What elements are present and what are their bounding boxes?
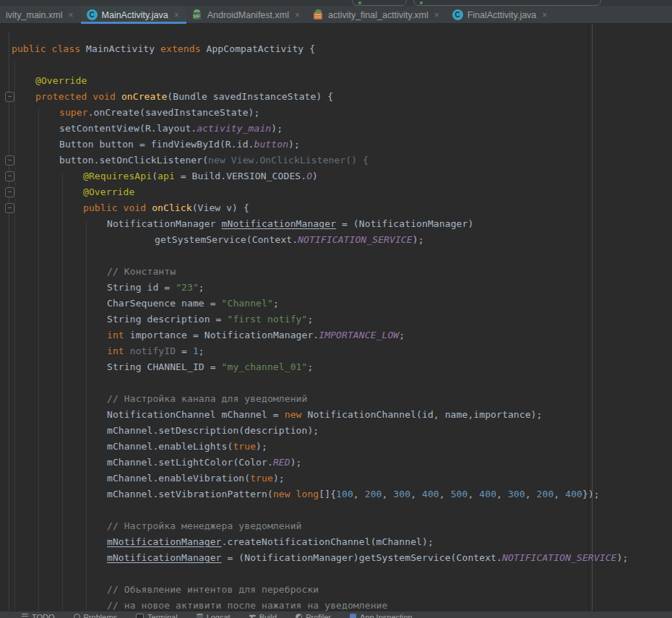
code-line[interactable]: getSystemService(Context.NOTIFICATION_SE…	[0, 232, 672, 248]
tab-label: ivity_main.xml	[6, 10, 63, 20]
tab-finalacttivity-java[interactable]: FinalActtivity.java×	[447, 6, 555, 24]
code-line[interactable]: mChannel.setVibrationPattern(new long[]{…	[0, 486, 672, 502]
toolwindow-label: Profiler	[306, 613, 331, 618]
toolwindow-label: Terminal	[147, 613, 178, 618]
close-icon[interactable]: ×	[434, 11, 439, 20]
device-selector-pill[interactable]	[352, 0, 407, 6]
fold-collapse-icon[interactable]: −	[5, 203, 14, 213]
code-line[interactable]: @Override	[0, 73, 672, 89]
tab-mainactivity-java[interactable]: MainActivity.java×	[81, 6, 186, 24]
code-line[interactable]: int importance = NotificationManager.IMP…	[0, 327, 672, 343]
main-toolbar	[0, 0, 672, 6]
tab-activity-final-acttivity-xml[interactable]: activity_final_acttivity.xml×	[307, 6, 447, 24]
code-line[interactable]: mNotificationManager = (NotificationMana…	[0, 550, 672, 566]
code-line[interactable]	[0, 248, 672, 264]
code-line[interactable]	[0, 57, 672, 73]
code-line[interactable]: int notifyID = 1;	[0, 343, 672, 359]
profiler-icon	[296, 614, 302, 618]
code-line[interactable]: String CHANNEL_ID = "my_channel_01";	[0, 359, 672, 375]
code-line[interactable]	[0, 375, 672, 391]
fold-collapse-icon[interactable]: −	[5, 171, 14, 181]
toolwindow-build[interactable]: Build	[249, 611, 277, 618]
code-line[interactable]: super.onCreate(savedInstanceState);	[0, 105, 672, 121]
toolwindow-problems[interactable]: Problems	[74, 611, 117, 618]
code-line[interactable]: public class MainActivity extends AppCom…	[0, 41, 672, 57]
tab-androidmanifest-xml[interactable]: MFAndroidManifest.xml×	[186, 6, 307, 24]
logcat-icon	[197, 614, 203, 618]
todo-icon	[22, 614, 28, 618]
code-line[interactable]: String id = "23";	[0, 280, 672, 296]
code-line[interactable]: public void onClick(View v) {	[0, 200, 672, 216]
inspection-icon	[350, 614, 356, 618]
toolwindow-label: TODO	[32, 613, 55, 618]
toolwindow-todo[interactable]: TODO	[22, 611, 55, 618]
close-icon[interactable]: ×	[69, 11, 74, 20]
code-line[interactable]: mChannel.enableVibration(true);	[0, 471, 672, 486]
java-class-icon	[452, 9, 463, 20]
manifest-file-icon: MF	[192, 9, 203, 20]
running-status-dot	[358, 1, 361, 4]
code-line[interactable]: mChannel.setLightColor(Color.RED);	[0, 455, 672, 471]
close-icon[interactable]: ×	[174, 11, 179, 20]
code-line[interactable]: NotificationChannel mChannel = new Notif…	[0, 407, 672, 423]
fold-collapse-icon[interactable]: −	[5, 187, 14, 197]
toolwindow-profiler[interactable]: Profiler	[296, 611, 331, 618]
code-line[interactable]: setContentView(R.layout.activity_main);	[0, 121, 672, 137]
terminal-icon	[136, 614, 144, 618]
code-line[interactable]: protected void onCreate(Bundle savedInst…	[0, 89, 672, 105]
tab-label: AndroidManifest.xml	[207, 10, 289, 20]
code-line[interactable]: // Настройка канала для уведомлений	[0, 391, 672, 407]
code-line[interactable]: // Настройка менеджера уведомлений	[0, 518, 672, 534]
toolwindow-label: Logcat	[207, 613, 231, 618]
toolwindow-logcat[interactable]: Logcat	[197, 611, 231, 618]
code-line[interactable]: // Обьявление интентов для переброски	[0, 582, 672, 598]
code-line[interactable]: @Override	[0, 184, 672, 200]
code-line[interactable]: // Константы	[0, 264, 672, 280]
code-area[interactable]: public class MainActivity extends AppCom…	[0, 24, 672, 611]
code-line[interactable]: CharSequence name = "Channel";	[0, 296, 672, 312]
code-line[interactable]: @RequiresApi(api = Build.VERSION_CODES.O…	[0, 168, 672, 184]
close-icon[interactable]: ×	[542, 11, 547, 20]
layout-file-icon	[313, 9, 324, 20]
tab-label: activity_final_acttivity.xml	[328, 10, 428, 20]
run-controls-pill[interactable]	[413, 0, 601, 6]
running-status-dot	[420, 1, 423, 4]
code-line[interactable]	[0, 566, 672, 582]
code-line[interactable]: NotificationManager mNotificationManager…	[0, 216, 672, 232]
tab-ivity-main-xml[interactable]: ivity_main.xml×	[0, 6, 81, 24]
code-line[interactable]: mChannel.enableLights(true);	[0, 439, 672, 455]
code-line[interactable]: button.setOnClickListener(new View.OnCli…	[0, 153, 672, 168]
java-class-icon	[87, 9, 98, 20]
toolwindow-label: App Inspection	[360, 613, 413, 618]
code-line[interactable]: mNotificationManager.createNotificationC…	[0, 534, 672, 550]
android-studio-window: ivity_main.xml×MainActivity.java×MFAndro…	[0, 0, 672, 618]
code-line[interactable]	[0, 502, 672, 518]
code-line[interactable]: // на новое активити после нажатия на ув…	[0, 598, 672, 611]
code-editor[interactable]: public class MainActivity extends AppCom…	[0, 24, 672, 611]
code-line[interactable]: mChannel.setDescription(description);	[0, 423, 672, 439]
tab-label: MainActivity.java	[102, 10, 168, 20]
tool-window-bar: TODOProblemsTerminalLogcatBuildProfilerA…	[0, 611, 672, 618]
build-icon	[249, 614, 256, 618]
close-icon[interactable]: ×	[295, 11, 300, 20]
fold-collapse-icon[interactable]: −	[5, 155, 14, 166]
editor-tab-bar: ivity_main.xml×MainActivity.java×MFAndro…	[0, 6, 672, 24]
toolwindow-label: Problems	[84, 613, 117, 618]
toolwindow-label: Build	[259, 613, 277, 618]
toolwindow-terminal[interactable]: Terminal	[136, 611, 178, 618]
problems-icon	[74, 614, 80, 618]
tab-label: FinalActtivity.java	[468, 10, 537, 20]
code-line[interactable]: String description = "first notify";	[0, 312, 672, 327]
toolwindow-app-inspection[interactable]: App Inspection	[350, 611, 413, 618]
code-line[interactable]: Button button = findViewById(R.id.button…	[0, 137, 672, 153]
fold-collapse-icon[interactable]: −	[5, 92, 14, 102]
